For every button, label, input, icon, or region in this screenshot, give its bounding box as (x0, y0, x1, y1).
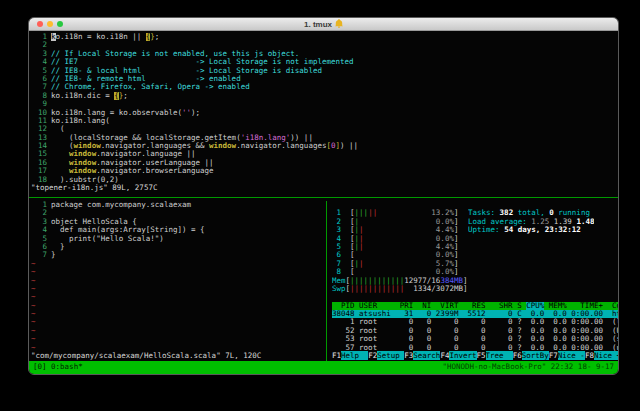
blank-row (332, 201, 618, 209)
swap-value: 1334/3072MB (413, 285, 463, 293)
cpu-percent: 0.0% (436, 218, 454, 226)
cpu-meter: 5 [|| 4.4%] (332, 243, 618, 251)
code-line: 3// If Local Storage is not enabled, use… (31, 50, 618, 58)
fkey-item[interactable]: F7Nice - (549, 351, 585, 360)
fkey-item[interactable]: F1Help (332, 351, 368, 360)
cpu-percent: 0.0% (436, 235, 454, 243)
tilde-marker: ~ (31, 310, 36, 318)
code-segment: } (51, 243, 65, 251)
line-number: 2 (31, 209, 47, 217)
code-line: 6 } (31, 243, 324, 251)
meter-bracket: ] (454, 218, 459, 226)
tilde-marker: ~ (31, 335, 36, 343)
sort-column[interactable]: CPU% (526, 302, 544, 310)
terminal-window: 1. tmux 1ko.i18n = ko.i18n || {};23// If… (28, 17, 619, 375)
process-row[interactable]: 38048 atsushi 31 0 2399M 5512 0 C 0.0 0.… (332, 310, 618, 318)
pane-divider-horizontal[interactable] (29, 193, 618, 201)
code-segment: // IE8- & local html -> Local Storage is… (51, 67, 322, 75)
minimize-button[interactable] (47, 21, 53, 27)
code-line: 7} (31, 251, 324, 259)
code-line: 7// Chrome, Firefox, Safari, Opera -> en… (31, 83, 618, 91)
code-line: 11ko.i18n.lang( (31, 117, 618, 125)
htop-body: 1 [||||| 13.2%] 2 [| 0.0%] 3 [|| 4.4%] 4… (332, 201, 618, 352)
cpu-meter: 6 [ 0.0%] (332, 251, 618, 259)
fkey-label: SortBy (522, 351, 549, 360)
code-segment: .navigator.languages (236, 142, 326, 150)
cpu-percent: 4.4% (436, 243, 454, 251)
htop-summary: Tasks: 382 total, 0 runningLoad average:… (468, 209, 594, 234)
fkey-label: Search (413, 351, 440, 360)
process-row[interactable]: 52 root 0 0 0 0 0 ? 0.0 0.0 0:00.00 (Use… (332, 327, 618, 335)
summary-segment: Tasks: (468, 209, 500, 217)
code-segment (51, 150, 69, 158)
line-number: 13 (31, 134, 47, 142)
fkey-number: F3 (404, 351, 413, 360)
cpu-percent: 0.0% (436, 251, 454, 259)
code-segment: .navigator.browserLanguage (96, 167, 213, 175)
bottom-panes: 1package com.mycompany.scalaexam23object… (29, 201, 618, 361)
vim-pane-i18n[interactable]: 1ko.i18n = ko.i18n || {};23// If Local S… (29, 33, 618, 193)
line-number: 14 (31, 142, 47, 150)
code-segment: )) || (290, 134, 313, 142)
code-segment: .navigator.userLanguage || (96, 159, 213, 167)
summary-segment: running (554, 209, 590, 217)
summary-line: Uptime: 54 days, 23:32:12 (468, 226, 594, 234)
window-titlebar[interactable]: 1. tmux (29, 18, 618, 31)
zoom-button[interactable] (57, 21, 63, 27)
tilde-marker: ~ (31, 268, 36, 276)
line-number: 4 (31, 58, 47, 66)
cpu-id: 4 (332, 235, 350, 243)
close-button[interactable] (37, 21, 43, 27)
tilde-marker: ~ (31, 327, 36, 335)
summary-segment: 1.25 (531, 218, 554, 226)
fkey-item[interactable]: F3Search (404, 351, 440, 360)
code-line: 2 (31, 41, 618, 49)
code-line: 1package com.mycompany.scalaexam (31, 201, 324, 209)
swap-label: Swp (332, 285, 346, 293)
process-row[interactable]: 53 root 0 0 0 0 0 ? 0.0 0.0 0:00.00 (sys… (332, 335, 618, 343)
tilde-marker: ~ (31, 318, 36, 326)
tilde-marker: ~ (31, 293, 36, 301)
line-number: 16 (31, 159, 47, 167)
fkey-item[interactable]: F4Invert (440, 351, 476, 360)
fkey-number: F6 (513, 351, 522, 360)
vim-pane-scala[interactable]: 1package com.mycompany.scalaexam23object… (29, 201, 324, 361)
code-segment: ; (155, 33, 160, 41)
meter-bracket: ] (454, 268, 459, 276)
fkey-number: F1 (332, 351, 341, 360)
code-line: 15 window.navigator.language || (31, 150, 618, 158)
code-segment: ) || (340, 142, 358, 150)
line-number: 8 (31, 92, 47, 100)
swap-meter: Swp[|||||||||||| 1334/3072MB] (332, 285, 618, 293)
code-line: 5// IE8- & local html -> Local Storage i… (31, 67, 618, 75)
code-line: 17 window.navigator.browserLanguage (31, 167, 618, 175)
htop-pane[interactable]: 1 [||||| 13.2%] 2 [| 0.0%] 3 [|| 4.4%] 4… (328, 201, 618, 361)
process-row[interactable]: 1 root 0 0 0 0 0 ? 0.0 0.0 0:00.00 (laun… (332, 318, 618, 326)
fkey-item[interactable]: F2Setup (368, 351, 404, 360)
traffic-lights (37, 21, 63, 27)
code-segment: // Chrome, Firefox, Safari, Opera -> ena… (51, 83, 250, 91)
tmux-terminal: 1ko.i18n = ko.i18n || {};23// If Local S… (29, 31, 618, 374)
fkey-label: Invert (449, 351, 476, 360)
cpu-id: 5 (332, 243, 350, 251)
line-number: 11 (31, 117, 47, 125)
meter-bracket: ] (454, 209, 459, 217)
tmux-window-label[interactable]: [0] 0:bash* (33, 363, 83, 371)
code-line: 13 (localStorage && localStorage.getItem… (31, 134, 618, 142)
code-segment: ko.i18n.lang = ko.observable( (51, 109, 182, 117)
fkey-item[interactable]: F5Tree (477, 351, 513, 360)
tilde-marker: ~ (31, 260, 36, 268)
fkey-item[interactable]: F6SortBy (513, 351, 549, 360)
code-segment (51, 159, 69, 167)
fkey-label: Nice - (558, 351, 585, 360)
tmux-status-bar: [0] 0:bash* "HONODH-no-MacBook-Pro" 22:3… (29, 361, 618, 374)
line-number: 9 (31, 100, 47, 108)
code-segment: def main(args:Array[String]) = { (51, 226, 205, 234)
fkey-item[interactable]: F8Nice + (585, 351, 618, 360)
line-number: 5 (31, 235, 47, 243)
mem-total: 384MB (440, 277, 463, 285)
meter-green-ticks: |||||||||||| (350, 277, 404, 285)
cpu-id: 7 (332, 260, 350, 268)
line-number: 3 (31, 50, 47, 58)
code-segment: // If Local Storage is not enabled, use … (51, 50, 299, 58)
